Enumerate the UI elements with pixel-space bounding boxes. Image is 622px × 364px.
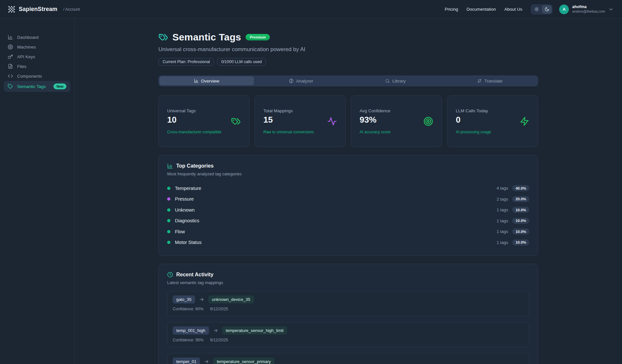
- sidebar-item-label: Components: [17, 74, 42, 79]
- plan-chip: Current Plan: Professional: [158, 58, 214, 66]
- top-nav-links: Pricing Documentation About Us: [445, 7, 523, 12]
- chart-bar-icon: [8, 35, 13, 40]
- category-row: Unknown 1 tags 10.0%: [167, 204, 529, 215]
- stat-label: Total Mappings: [263, 108, 314, 113]
- stat-value: 93%: [360, 115, 390, 125]
- activity-list: gato_35 unknown_device_35 Confidence: 60…: [167, 291, 529, 364]
- plan-chips: Current Plan: Professional 0/1000 LLM ca…: [158, 58, 538, 66]
- category-row: Temperature 4 tags 40.0%: [167, 183, 529, 194]
- category-percent-badge: 10.0%: [512, 228, 529, 235]
- sidebar-item[interactable]: Components: [4, 71, 70, 81]
- tab-label: Translate: [484, 79, 502, 83]
- category-percent-badge: 10.0%: [512, 239, 529, 246]
- source-tag-chip: temp_001_high: [173, 326, 209, 335]
- dark-mode-button[interactable]: [542, 5, 552, 14]
- user-name: ahofma: [572, 5, 605, 10]
- gear-icon: [8, 44, 13, 50]
- category-dot: [167, 197, 170, 201]
- chart-bar-icon: [194, 79, 199, 83]
- stat-value: 10: [167, 115, 221, 125]
- category-count: 4 tags: [497, 186, 508, 191]
- activity-icon: [327, 116, 337, 126]
- sun-icon: [534, 7, 539, 12]
- category-row: Motor Status 1 tags 10.0%: [167, 237, 529, 248]
- category-name: Temperature: [175, 186, 201, 191]
- confidence-text: Confidence: 60%: [173, 307, 203, 311]
- sidebar-item-label: Semantic Tags: [17, 84, 46, 89]
- category-count: 2 tags: [497, 197, 508, 202]
- sidebar-nav: Dashboard Machines API Keys Files: [4, 32, 70, 92]
- file-text-icon: [8, 64, 13, 69]
- category-count: 1 tags: [497, 240, 508, 245]
- search-icon: [385, 79, 390, 83]
- tab[interactable]: Library: [348, 76, 443, 85]
- category-count: 1 tags: [497, 229, 508, 234]
- category-name: Flow: [175, 229, 185, 234]
- confidence-text: Confidence: 95%: [173, 338, 203, 342]
- section-subtitle: Latest semantic tag mappings: [167, 280, 529, 285]
- user-email: andres@thebsq.com: [572, 9, 605, 14]
- page-header: Semantic Tags Premium: [158, 32, 538, 43]
- stat-label: LLM Calls Today: [456, 108, 491, 113]
- sidebar-item[interactable]: Machines: [4, 42, 70, 52]
- sidebar-item[interactable]: Semantic Tags New: [4, 81, 70, 92]
- stat-label: Avg Confidence: [360, 108, 390, 113]
- arrows-swap-icon: [477, 79, 482, 83]
- light-mode-button[interactable]: [532, 5, 541, 14]
- nav-link[interactable]: About Us: [504, 7, 523, 12]
- brand-name[interactable]: SapienStream: [19, 6, 57, 13]
- target-tag-chip: unknown_device_35: [208, 295, 254, 303]
- category-percent-badge: 20.0%: [512, 196, 529, 202]
- section-title: Recent Activity: [176, 272, 213, 278]
- tab-label: Library: [392, 79, 406, 83]
- code-icon: [8, 73, 13, 79]
- stat-card: Avg Confidence 93% AI accuracy score: [351, 95, 442, 147]
- activity-entry: gato_35 unknown_device_35 Confidence: 60…: [167, 291, 529, 316]
- stat-value: 0: [456, 115, 491, 125]
- tab[interactable]: Translate: [443, 76, 537, 85]
- category-name: Unknown: [175, 207, 194, 213]
- tab-bar: Overview Analyzer Library Translate: [158, 75, 538, 86]
- stat-subtext: Raw to universal conversions: [263, 130, 314, 134]
- stat-label: Universal Tags: [167, 108, 221, 113]
- main-content: Semantic Tags Premium Universal cross-ma…: [75, 19, 622, 364]
- nav-link[interactable]: Pricing: [445, 7, 458, 12]
- stat-subtext: AI processing usage: [456, 130, 491, 134]
- target-tag-chip: temperature_sensor_primary: [213, 358, 274, 364]
- section-title: Top Categories: [176, 163, 213, 169]
- sidebar-item[interactable]: Dashboard: [4, 32, 70, 42]
- logo-icon[interactable]: [8, 6, 15, 13]
- tab-label: Analyzer: [296, 79, 313, 83]
- tags-icon: [231, 116, 241, 126]
- activity-date: 9/12/2025: [210, 307, 228, 311]
- user-menu[interactable]: A ahofma andres@thebsq.com: [559, 5, 614, 14]
- section-subtitle: Most frequently analyzed tag categories: [167, 171, 529, 176]
- sidebar-item-label: Machines: [17, 45, 36, 50]
- category-dot: [167, 230, 170, 233]
- target-tag-chip: temperature_sensor_high_limit: [222, 326, 287, 335]
- sidebar-item[interactable]: Files: [4, 61, 70, 71]
- chevron-down-icon: [608, 7, 614, 12]
- bar-chart-icon: [167, 163, 173, 169]
- nav-link[interactable]: Documentation: [466, 7, 496, 12]
- sidebar-item-label: Dashboard: [17, 35, 39, 40]
- zap-icon: [520, 116, 529, 126]
- source-tag-chip: gato_35: [173, 295, 195, 303]
- stat-card: Total Mappings 15 Raw to universal conve…: [255, 95, 346, 147]
- category-dot: [167, 208, 170, 212]
- top-categories-card: Top Categories Most frequently analyzed …: [158, 155, 538, 256]
- stat-subtext: Cross-manufacturer compatible: [167, 130, 221, 134]
- stat-cards: Universal Tags 10 Cross-manufacturer com…: [158, 95, 538, 147]
- category-row: Pressure 2 tags 20.0%: [167, 194, 529, 205]
- tab-label: Overview: [201, 79, 219, 83]
- sidebar: Dashboard Machines API Keys Files: [0, 19, 75, 364]
- theme-toggle: [531, 4, 553, 15]
- sidebar-item-label: API Keys: [17, 54, 35, 59]
- breadcrumb: / Account: [63, 7, 80, 12]
- arrow-right-icon: [204, 359, 209, 364]
- category-row: Diagnostics 1 tags 10.0%: [167, 215, 529, 226]
- tab[interactable]: Overview: [159, 76, 254, 85]
- sidebar-item[interactable]: API Keys: [4, 52, 70, 61]
- plan-chip: 0/1000 LLM calls used: [217, 58, 266, 66]
- tab[interactable]: Analyzer: [254, 76, 349, 85]
